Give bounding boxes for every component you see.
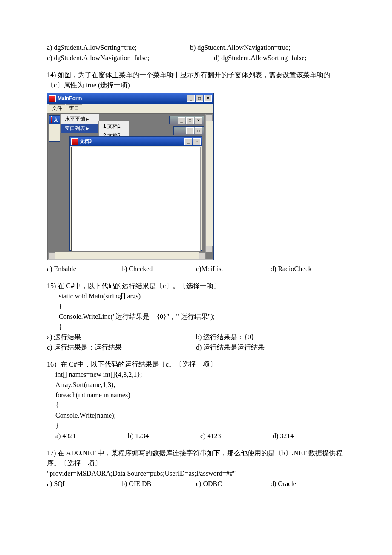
code-line: { [59, 301, 345, 312]
child-doc2-bar[interactable]: _□ [174, 127, 204, 135]
menu-bar[interactable]: 文件窗口 [47, 104, 213, 113]
q14-d: d) RadioCheck [271, 264, 345, 274]
q14-options: a) Enbable b) Checked c)MdiList d) Radio… [47, 264, 345, 274]
q15-options: a) 运行结果 b) 运行结果是：{0} c) 运行结果是：运行结果 d) 运行… [47, 332, 345, 353]
q17-stem: 17) 在 ADO.NET 中，某程序编写的数据库连接字符串如下，那么他使用的是… [47, 448, 345, 468]
q14-c: c)MdiList [196, 264, 271, 274]
q16-code: int[] names=new int[]{4,3,2,1}; Array.So… [47, 370, 345, 431]
q16-stem: 16）在 C#中，以下代码的运行结果是〔c。〔选择一项〕 [47, 359, 345, 370]
maximize-icon[interactable]: □ [196, 95, 203, 102]
q15-d: d) 运行结果是运行结果 [196, 342, 345, 353]
q15-code: static void Main(string[] args) { Consol… [47, 291, 345, 332]
maximize-icon[interactable]: □ [195, 127, 202, 134]
submenu-window[interactable]: 水平平铺 ▸ 窗口列表 ▸ [60, 114, 99, 133]
child-doc1[interactable]: _□× [169, 116, 204, 124]
close-icon[interactable]: × [204, 95, 212, 102]
vertical-scrollbar[interactable] [205, 114, 213, 252]
app-icon [51, 116, 52, 123]
child-doc2[interactable]: _□ [173, 126, 204, 135]
q17-c: c) ODBC [196, 479, 271, 489]
submenu-doc1[interactable]: 1 文档1 [99, 121, 129, 131]
q16: 16）在 C#中，以下代码的运行结果是〔c。〔选择一项〕 int[] names… [47, 359, 345, 441]
code-line: { [55, 400, 345, 410]
restore-icon[interactable]: ▫ [193, 138, 201, 145]
code-line: foreach(int name in names) [55, 390, 345, 400]
mainform-title: MainForm [58, 95, 82, 101]
q16-b: b) 1234 [128, 431, 200, 441]
top-options: a) dgStudent.AllowSorting=true; b) dgStu… [47, 43, 345, 63]
q15-stem: 15) 在 C#中，以下代码的运行结果是〔c〕。〔选择一项〕 [47, 281, 345, 291]
q17-b: b) OIE DB [121, 479, 196, 489]
q14: 14) 如图，为了在窗体主菜单的一个菜单项中显示所有翻开的子窗体列表，需要设置该… [47, 70, 345, 274]
submenu-tile[interactable]: 水平平铺 ▸ [61, 114, 99, 124]
mdi-client: 文 水平平铺 ▸ 窗口列表 ▸ 1 文档1 2 文档2 ✓ 3 文档3 _□× … [47, 113, 213, 260]
code-line: Console.WriteLine("运行结果是：{0}"，" 运行结果"); [59, 312, 345, 322]
child-doc3-bar[interactable]: 文档3 _▫ [70, 137, 202, 146]
q17-d: d) Oracle [271, 479, 345, 489]
opt-b: b) dgStudent.AllowNavigation=true; [190, 43, 345, 53]
code-line: } [55, 421, 345, 431]
minimize-icon[interactable]: _ [178, 117, 185, 124]
app-icon [71, 138, 78, 145]
opt-c: c) dgStudent.AllowNavigation=false; [47, 53, 214, 63]
opt-a: a) dgStudent.AllowSorting=true; [47, 43, 190, 53]
code-line: Console.Write(name); [55, 410, 345, 421]
q17-a: a) SQL [47, 479, 121, 489]
submenu-windowlist[interactable]: 窗口列表 ▸ [61, 124, 99, 133]
code-line: static void Main(string[] args) [59, 291, 345, 301]
q16-a: a) 4321 [55, 431, 128, 441]
opt-d: d) dgStudent.AllowSorting=false; [214, 53, 345, 63]
child-doc1-bar[interactable]: _□× [170, 116, 204, 125]
code-line: Array.Sort(name,1,3); [55, 380, 345, 390]
q15: 15) 在 C#中，以下代码的运行结果是〔c〕。〔选择一项〕 static vo… [47, 281, 345, 353]
code-line: } [59, 322, 345, 332]
menu-window[interactable]: 窗口 [66, 104, 82, 112]
child-strip-bar[interactable]: 文 [49, 116, 60, 124]
q15-a: a) 运行结果 [47, 332, 196, 342]
minimize-icon[interactable]: _ [187, 95, 195, 102]
doc3-content[interactable] [71, 147, 201, 251]
child-doc3[interactable]: 文档3 _▫ [69, 136, 202, 251]
q17-options: a) SQL b) OIE DB c) ODBC d) Oracle [47, 479, 345, 489]
window-controls[interactable]: _□× [186, 95, 212, 102]
code-line: int[] names=new int[]{4,3,2,1}; [55, 370, 345, 380]
close-icon[interactable]: × [195, 117, 202, 124]
child-strip: 文 [49, 115, 60, 142]
q16-c: c) 4123 [200, 431, 273, 441]
q15-b: b) 运行结果是：{0} [196, 332, 345, 342]
menu-file[interactable]: 文件 [49, 104, 65, 112]
minimize-icon[interactable]: _ [184, 138, 192, 145]
q14-b: b) Checked [121, 264, 196, 274]
child-doc3-title: 文档3 [80, 139, 92, 144]
q15-c: c) 运行结果是：运行结果 [47, 342, 196, 353]
q17: 17) 在 ADO.NET 中，某程序编写的数据库连接字符串如下，那么他使用的是… [47, 448, 345, 489]
q14-a: a) Enbable [47, 264, 121, 274]
q16-d: d) 3214 [273, 431, 345, 441]
q17-conn: "provider=MSDAORA;Data Source=pubs;UserI… [47, 468, 345, 479]
q14-stem: 14) 如图，为了在窗体主菜单的一个菜单项中显示所有翻开的子窗体列表，需要设置该… [47, 70, 345, 90]
q16-options: a) 4321 b) 1234 c) 4123 d) 3214 [47, 431, 345, 441]
child-strip-label: 文 [54, 116, 58, 124]
minimize-icon[interactable]: _ [186, 127, 194, 134]
mainform-window: MainForm _□× 文件窗口 文 水平平铺 ▸ 窗口列表 ▸ 1 文档1 … [47, 93, 214, 260]
maximize-icon[interactable]: □ [186, 117, 194, 124]
horizontal-scrollbar[interactable] [48, 252, 206, 259]
app-icon [49, 95, 56, 102]
mainform-titlebar[interactable]: MainForm _□× [47, 93, 213, 104]
